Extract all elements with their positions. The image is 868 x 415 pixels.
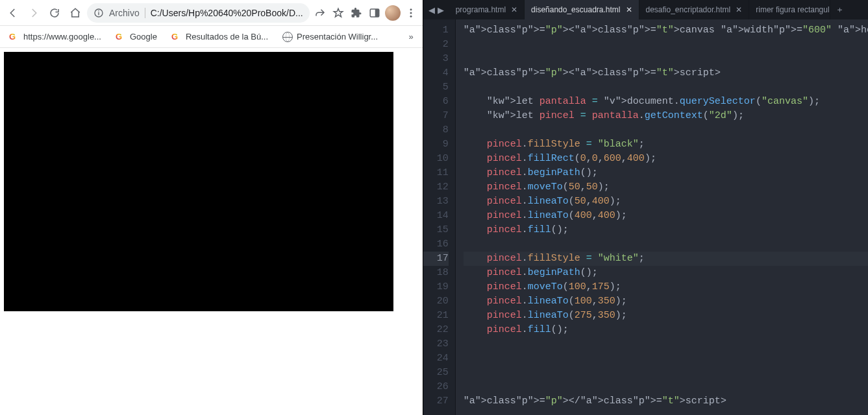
home-button[interactable] [66,4,84,22]
url-path: C:/Users/Hp%20640%20ProBook/D... [151,8,303,18]
home-icon [69,7,81,19]
bookmark-label: Google [130,32,157,42]
profile-avatar[interactable] [385,5,401,21]
close-icon[interactable]: ✕ [511,5,517,14]
arrow-left-icon [7,7,19,19]
page-viewport [0,48,423,415]
svg-rect-4 [375,9,378,17]
code-area[interactable]: 1234567891011121314151617181920212223242… [423,19,868,415]
reload-button[interactable] [45,4,64,22]
puzzle-icon [351,7,362,19]
sidepanel-button[interactable] [367,5,382,21]
bookmark-bar: https://www.google... Google Resultados … [0,26,423,48]
google-favicon-icon [171,32,182,42]
google-favicon-icon [116,32,126,42]
bookmark-label: Resultados de la Bú... [186,32,268,42]
bookmark-label: https://www.google... [23,32,101,42]
bookmark-label: Presentación Willigr... [297,32,378,42]
tab-label: programa.html [456,5,506,14]
extensions-button[interactable] [349,5,364,21]
bookmark-item[interactable]: Resultados de la Bú... [166,29,273,45]
code-content[interactable]: "a">class"p">="p"><"a">class"p">="t">can… [456,19,868,415]
tab-history-nav: ◀ ▶ [423,0,449,19]
bookmark-item[interactable]: Google [110,29,162,45]
close-icon[interactable]: ✕ [736,5,742,14]
tab-label: rimer figura rectangula [756,5,830,14]
tab-prev-button[interactable]: ◀ [428,5,435,15]
google-favicon-icon [9,32,19,42]
editor-tab[interactable]: rimer figura rectangula [749,0,830,19]
star-icon [332,7,344,19]
forward-button[interactable] [25,4,43,22]
svg-rect-1 [98,12,99,15]
editor-tab[interactable]: programa.html ✕ [449,0,525,19]
browser-toolbar: Archivo C:/Users/Hp%20640%20ProBook/D... [0,0,423,26]
close-icon[interactable]: ✕ [626,5,632,14]
editor-tab[interactable]: desafio_encriptador.html ✕ [639,0,750,19]
globe-favicon-icon [282,32,293,42]
dots-vertical-icon [405,7,417,19]
tab-next-button[interactable]: ▶ [438,5,444,15]
bookmark-item[interactable]: Presentación Willigr... [277,29,383,45]
reload-icon [49,7,60,19]
bookmark-overflow-button[interactable]: » [403,32,418,42]
share-button[interactable] [312,5,328,21]
address-bar[interactable]: Archivo C:/Users/Hp%20640%20ProBook/D... [87,3,310,23]
browser-pane: Archivo C:/Users/Hp%20640%20ProBook/D...… [0,0,423,415]
scheme-label: Archivo [109,8,140,18]
editor-tab-bar: ◀ ▶ programa.html ✕ diseñando_escuadra.h… [423,0,868,19]
bookmark-star-button[interactable] [330,5,346,21]
omnibox-divider [145,8,145,18]
new-tab-button[interactable]: ＋ [830,0,849,19]
editor-tab[interactable]: diseñando_escuadra.html ✕ [525,0,639,19]
chrome-menu-button[interactable] [403,5,419,21]
panel-icon [369,7,380,19]
rendered-canvas [4,52,393,311]
share-icon [314,7,326,19]
tab-label: diseñando_escuadra.html [531,5,620,14]
editor-pane: ◀ ▶ programa.html ✕ diseñando_escuadra.h… [423,0,868,415]
tab-label: desafio_encriptador.html [646,5,731,14]
svg-point-7 [410,15,412,17]
svg-rect-2 [98,10,99,11]
svg-point-6 [410,12,412,14]
svg-point-5 [410,8,412,10]
line-gutter: 1234567891011121314151617181920212223242… [423,19,456,415]
back-button[interactable] [4,4,22,22]
bookmark-item[interactable]: https://www.google... [4,29,106,45]
arrow-right-icon [28,7,40,19]
info-icon [93,8,104,18]
